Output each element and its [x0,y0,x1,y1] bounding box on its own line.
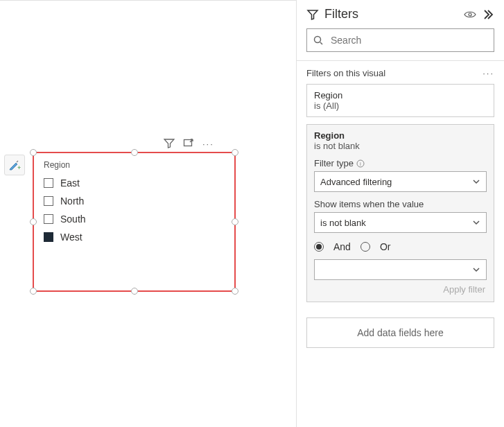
show-items-label: Show items when the value [314,199,487,209]
eye-icon[interactable] [464,10,476,19]
svg-point-3 [315,37,321,43]
checkbox-icon[interactable] [44,232,53,242]
select-value: Advanced filtering [320,177,392,187]
apply-filter-button[interactable]: Apply filter [314,280,487,296]
filters-pane-title: Filters [324,7,458,21]
filter-card-condition: is (All) [314,101,487,111]
format-brush-button[interactable]: + [4,155,25,175]
checkbox-icon[interactable] [44,196,53,206]
info-icon[interactable]: i [356,159,365,168]
search-box[interactable] [306,28,494,52]
section-header: Filters on this visual ··· [306,68,494,78]
slicer-title: Region [44,160,225,170]
filter-card-condition: is not blank [314,141,487,151]
add-data-fields-dropzone[interactable]: Add data fields here [306,317,494,348]
checkbox-icon[interactable] [44,178,53,188]
filters-on-visual-section: Filters on this visual ··· Region is (Al… [297,61,504,309]
radio-and[interactable] [314,242,324,252]
filters-pane-header: Filters [297,0,504,23]
resize-handle[interactable] [30,288,37,295]
radio-or[interactable] [360,242,370,252]
slicer-item[interactable]: South [44,210,225,228]
filter-icon[interactable] [164,138,175,149]
search-input[interactable] [329,34,488,46]
resize-handle[interactable] [131,149,138,156]
filter-card-collapsed[interactable]: Region is (All) [306,84,494,117]
slicer-item-label: West [60,232,82,243]
chevron-down-icon [472,265,480,274]
section-title: Filters on this visual [306,68,385,78]
resize-handle[interactable] [131,288,138,295]
collapse-pane-icon[interactable] [482,9,494,20]
filters-pane: Filters Filters on this visual ··· Regio… [296,0,504,427]
select-value: is not blank [320,218,366,228]
slicer-item-label: East [60,177,80,189]
report-canvas: ··· + Region East North [0,0,296,427]
filter-type-label: Filter type i [314,158,487,168]
checkbox-icon[interactable] [44,214,53,224]
condition1-select[interactable]: is not blank [314,212,487,233]
chevron-down-icon [472,218,480,227]
resize-handle[interactable] [30,149,37,156]
slicer-item[interactable]: West [44,228,225,246]
slicer-item[interactable]: East [44,174,225,192]
visual-header-toolbar: ··· [164,138,214,149]
condition2-select[interactable] [314,259,487,280]
funnel-icon [306,8,319,21]
slicer-visual[interactable]: Region East North South West [33,152,236,292]
resize-handle[interactable] [232,149,238,156]
svg-rect-0 [184,140,192,146]
filter-card-expanded: Region is not blank Filter type i Advanc… [306,124,494,302]
more-options-icon[interactable]: ··· [202,139,214,149]
slicer-item-label: North [60,195,84,207]
search-container [297,23,504,61]
filter-type-select[interactable]: Advanced filtering [314,171,487,192]
filter-card-field: Region [314,90,487,101]
svg-text:i: i [360,161,361,167]
resize-handle[interactable] [232,288,238,295]
filter-card-field: Region [314,130,487,141]
resize-handle[interactable] [30,218,37,225]
slicer-item[interactable]: North [44,192,225,210]
slicer-item-label: South [60,214,86,225]
logic-operator-row: And Or [314,241,487,252]
focus-mode-icon[interactable] [183,138,194,149]
more-options-icon[interactable]: ··· [483,68,494,78]
radio-or-label: Or [380,241,391,252]
resize-handle[interactable] [232,218,238,225]
radio-and-label: And [333,241,351,252]
svg-point-2 [469,13,471,16]
search-icon [313,35,324,46]
svg-text:+: + [17,164,21,171]
chevron-down-icon [472,177,480,186]
slicer-body: Region East North South West [34,153,234,253]
